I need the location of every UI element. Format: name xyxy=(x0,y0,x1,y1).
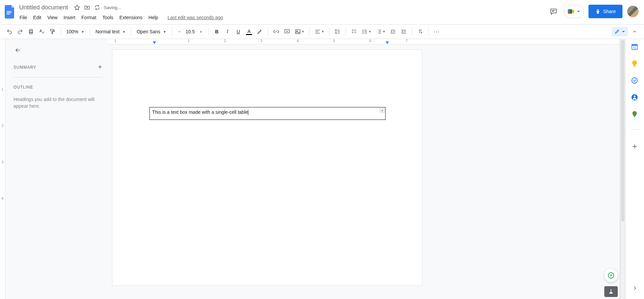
separator xyxy=(329,28,329,35)
keep-icon[interactable] xyxy=(631,60,639,68)
add-summary-icon[interactable]: + xyxy=(98,63,102,71)
redo-button[interactable] xyxy=(15,27,25,36)
separator xyxy=(90,28,90,35)
side-panel: 31 + xyxy=(625,39,644,299)
checklist-button[interactable] xyxy=(349,27,359,36)
separator xyxy=(346,28,346,35)
document-title[interactable]: Untitled document xyxy=(17,3,70,12)
separator xyxy=(631,129,639,130)
menu-insert[interactable]: Insert xyxy=(61,13,78,22)
font-dropdown[interactable]: Open Sans ▼ xyxy=(135,27,168,36)
paint-format-button[interactable] xyxy=(48,27,57,36)
svg-rect-5 xyxy=(568,11,570,13)
add-addon-button[interactable]: + xyxy=(631,142,639,151)
table-cell[interactable]: This is a text box made with a single-ce… xyxy=(149,107,386,120)
maps-icon[interactable] xyxy=(631,110,639,119)
move-icon[interactable] xyxy=(84,4,91,11)
font-size-input[interactable] xyxy=(183,28,197,36)
menu-tools[interactable]: Tools xyxy=(100,13,116,22)
comment-history-icon[interactable] xyxy=(548,6,559,17)
outline-label: OUTLINE xyxy=(13,85,102,90)
scroll-thumb[interactable] xyxy=(621,40,624,222)
decrease-indent-button[interactable] xyxy=(388,27,398,36)
star-icon[interactable] xyxy=(74,4,80,11)
ruler-number: 2 xyxy=(224,39,226,43)
svg-point-25 xyxy=(634,96,636,98)
dictionary-button[interactable] xyxy=(604,286,618,297)
vertical-ruler: 1 2 3 4 xyxy=(0,39,5,299)
zoom-value: 100% xyxy=(66,29,78,34)
line-spacing-button[interactable] xyxy=(333,27,342,36)
canvas-area[interactable]: 1 1 2 3 4 5 6 7 This is a text box made … xyxy=(108,39,620,299)
contacts-icon[interactable] xyxy=(631,94,639,102)
cloud-status-icon[interactable] xyxy=(94,4,101,11)
menu-extensions[interactable]: Extensions xyxy=(117,13,145,22)
last-edit-link[interactable]: Last edit was seconds ago xyxy=(165,13,226,22)
close-outline-button[interactable] xyxy=(13,46,22,55)
font-size-group: − + xyxy=(175,28,205,36)
align-button[interactable]: ▼ xyxy=(313,27,326,36)
font-size-increase[interactable]: + xyxy=(197,28,205,36)
font-size-decrease[interactable]: − xyxy=(175,28,183,36)
header-right: Share xyxy=(548,5,639,18)
separator xyxy=(61,28,61,35)
font-value: Open Sans xyxy=(137,29,160,34)
menu-file[interactable]: File xyxy=(17,13,30,22)
svg-rect-9 xyxy=(50,29,53,31)
chevron-down-icon: ▼ xyxy=(122,30,126,34)
add-comment-button[interactable] xyxy=(282,27,292,36)
horizontal-ruler[interactable]: 1 1 2 3 4 5 6 7 xyxy=(108,39,620,44)
bold-button[interactable]: B xyxy=(212,27,221,36)
share-label: Share xyxy=(603,9,616,14)
numbered-list-button[interactable]: ▼ xyxy=(374,27,387,36)
highlight-button[interactable] xyxy=(255,27,264,36)
avatar[interactable] xyxy=(627,6,639,17)
menu-view[interactable]: View xyxy=(45,13,60,22)
svg-point-15 xyxy=(362,33,363,34)
menu-edit[interactable]: Edit xyxy=(31,13,44,22)
share-button[interactable]: Share xyxy=(588,5,622,18)
docs-logo-icon[interactable] xyxy=(3,3,17,21)
tasks-icon[interactable] xyxy=(631,77,639,85)
menu-format[interactable]: Format xyxy=(79,13,99,22)
explore-button[interactable] xyxy=(604,269,618,282)
indent-marker-icon[interactable] xyxy=(153,41,156,44)
table-options-icon[interactable]: ▾ xyxy=(380,108,385,113)
italic-button[interactable]: I xyxy=(223,27,232,36)
meet-button[interactable] xyxy=(564,5,584,18)
print-button[interactable] xyxy=(26,27,36,36)
spellcheck-button[interactable] xyxy=(37,27,46,36)
svg-rect-18 xyxy=(364,33,367,34)
undo-button[interactable] xyxy=(5,27,14,36)
increase-indent-button[interactable] xyxy=(399,27,408,36)
calendar-icon[interactable]: 31 xyxy=(631,43,639,51)
collapse-side-panel-button[interactable] xyxy=(627,280,643,296)
saving-status: Saving... xyxy=(104,5,121,10)
chevron-down-icon: ▼ xyxy=(163,30,166,34)
zoom-dropdown[interactable]: 100% ▼ xyxy=(64,27,86,36)
more-button[interactable]: ⋯ xyxy=(432,27,441,36)
document-page[interactable]: This is a text box made with a single-ce… xyxy=(112,50,422,286)
styles-dropdown[interactable]: Normal text ▼ xyxy=(94,27,128,36)
scrollbar[interactable] xyxy=(620,39,625,299)
svg-point-14 xyxy=(362,31,363,32)
insert-link-button[interactable] xyxy=(272,27,281,36)
ruler-number: 1 xyxy=(114,39,116,43)
hide-menus-button[interactable] xyxy=(630,27,639,36)
ruler-number: 1 xyxy=(188,39,190,43)
outline-sidebar: SUMMARY + OUTLINE Headings you add to th… xyxy=(5,39,108,299)
menu-help[interactable]: Help xyxy=(146,13,161,22)
ruler-number: 6 xyxy=(369,39,371,43)
underline-button[interactable]: U xyxy=(234,27,243,36)
separator xyxy=(412,28,412,35)
editing-mode-button[interactable] xyxy=(612,27,628,36)
style-value: Normal text xyxy=(96,29,120,34)
table-text: This is a text box made with a single-ce… xyxy=(152,109,248,115)
header-left: Untitled document Saving... File Edit Vi… xyxy=(17,2,548,22)
bulleted-list-button[interactable]: ▼ xyxy=(360,27,373,36)
text-color-button[interactable]: A xyxy=(244,27,254,36)
clear-formatting-button[interactable] xyxy=(416,27,425,36)
insert-image-button[interactable]: ▼ xyxy=(293,27,306,36)
right-indent-marker-icon[interactable] xyxy=(386,41,389,44)
svg-rect-11 xyxy=(295,30,300,34)
